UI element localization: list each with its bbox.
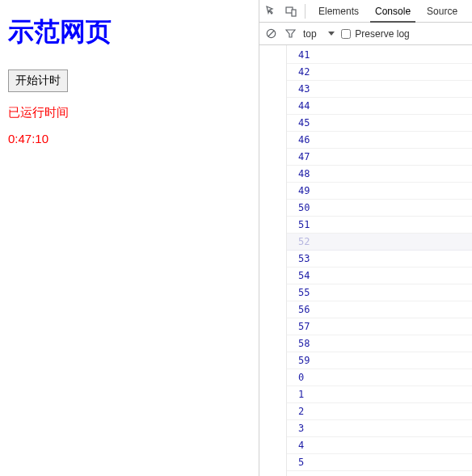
- console-log-value: 53: [298, 253, 310, 264]
- console-log-row[interactable]: 0: [287, 369, 472, 386]
- console-log-row[interactable]: 52: [287, 234, 472, 251]
- console-log-row[interactable]: 59: [287, 352, 472, 369]
- console-log-value: 4: [298, 440, 304, 451]
- inspect-icon[interactable]: [264, 4, 279, 19]
- tab-elements[interactable]: Elements: [310, 1, 367, 22]
- console-gutter: [259, 45, 287, 476]
- console-log-value: 46: [298, 134, 310, 145]
- console-log-value: 52: [298, 236, 310, 247]
- console-log-row[interactable]: 43: [287, 81, 472, 98]
- console-log-row[interactable]: 54: [287, 267, 472, 284]
- console-log-value: 51: [298, 219, 310, 230]
- console-log-value: 55: [298, 287, 310, 298]
- console-log-row[interactable]: 57: [287, 318, 472, 335]
- console-log-value: 57: [298, 321, 310, 332]
- console-body: 4142434445464748495051525354555657585901…: [259, 45, 472, 476]
- preserve-log-checkbox[interactable]: [341, 29, 351, 39]
- console-log-value: 44: [298, 100, 310, 112]
- svg-rect-1: [292, 10, 296, 16]
- console-log-value: 0: [298, 372, 304, 383]
- console-log-value: 42: [298, 66, 310, 78]
- filter-icon[interactable]: [284, 27, 297, 40]
- console-log-row[interactable]: 49: [287, 183, 472, 200]
- console-toolbar: top Preserve log: [259, 23, 472, 45]
- devtools-panel: Elements Console Source top Preserve log…: [259, 0, 472, 476]
- elapsed-time: 0:47:10: [8, 132, 251, 145]
- console-log-row[interactable]: 55: [287, 284, 472, 301]
- console-log-row[interactable]: 2: [287, 403, 472, 420]
- context-label: top: [303, 28, 317, 40]
- console-log-row[interactable]: 4: [287, 437, 472, 454]
- console-log-value: 3: [298, 423, 304, 434]
- page-title: 示范网页: [8, 15, 251, 50]
- console-log-column[interactable]: 4142434445464748495051525354555657585901…: [287, 45, 472, 476]
- console-log-value: 50: [298, 202, 310, 213]
- tab-source[interactable]: Source: [419, 1, 457, 22]
- console-log-row[interactable]: 53: [287, 251, 472, 267]
- chevron-down-icon: [328, 32, 335, 36]
- console-log-value: 49: [298, 185, 310, 196]
- console-log-row[interactable]: 58: [287, 335, 472, 352]
- page-main: 示范网页 开始计时 已运行时间 0:47:10: [0, 0, 259, 476]
- console-log-row[interactable]: 51: [287, 217, 472, 234]
- console-log-value: 2: [298, 406, 304, 417]
- console-log-row[interactable]: 48: [287, 166, 472, 183]
- preserve-log-toggle[interactable]: Preserve log: [341, 28, 409, 40]
- start-timer-button[interactable]: 开始计时: [8, 70, 68, 92]
- console-log-value: 45: [298, 117, 310, 128]
- console-log-value: 5: [298, 457, 304, 468]
- console-log-value: 54: [298, 270, 310, 281]
- console-log-row[interactable]: 45: [287, 115, 472, 132]
- console-log-value: 59: [298, 355, 310, 366]
- console-log-value: 41: [298, 49, 310, 61]
- console-log-row[interactable]: 1: [287, 386, 472, 403]
- console-log-row[interactable]: 3: [287, 420, 472, 437]
- console-log-value: 56: [298, 304, 310, 315]
- clear-console-icon[interactable]: [264, 27, 277, 40]
- console-log-value: 58: [298, 338, 310, 349]
- runtime-label: 已运行时间: [8, 105, 251, 120]
- console-log-row[interactable]: 41: [287, 47, 472, 64]
- console-log-row[interactable]: 46: [287, 132, 472, 149]
- console-log-value: 1: [298, 389, 304, 400]
- devtools-tabs: Elements Console Source: [259, 0, 472, 23]
- svg-line-3: [268, 31, 274, 36]
- preserve-log-label: Preserve log: [355, 28, 409, 40]
- device-toolbar-icon[interactable]: [284, 4, 298, 19]
- context-selector[interactable]: top: [303, 28, 335, 40]
- console-log-row[interactable]: 56: [287, 301, 472, 318]
- console-log-row[interactable]: 44: [287, 98, 472, 115]
- tabs-divider: [305, 4, 306, 19]
- console-log-row[interactable]: 42: [287, 64, 472, 81]
- console-log-value: 48: [298, 168, 310, 179]
- console-log-row[interactable]: 47: [287, 149, 472, 166]
- console-log-row[interactable]: 50: [287, 200, 472, 217]
- console-log-row[interactable]: 5: [287, 454, 472, 471]
- tab-console[interactable]: Console: [367, 1, 419, 22]
- console-log-value: 47: [298, 151, 310, 162]
- console-log-value: 43: [298, 83, 310, 95]
